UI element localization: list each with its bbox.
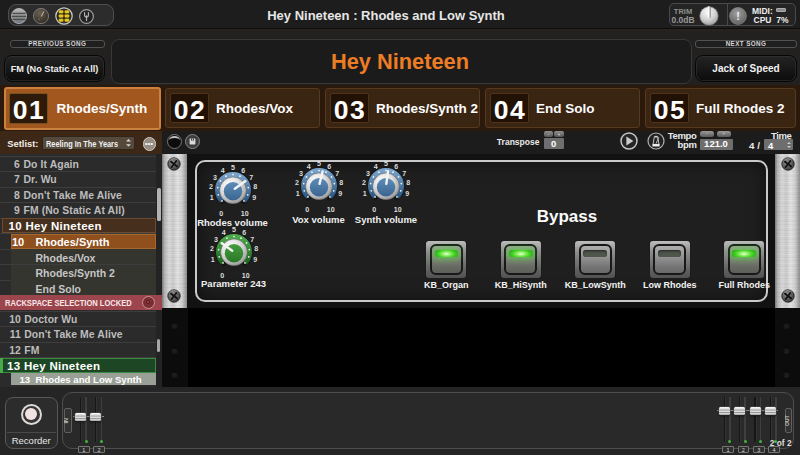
- svg-text:1: 1: [210, 255, 214, 263]
- svg-text:0: 0: [372, 205, 376, 213]
- svg-text:9: 9: [252, 194, 256, 202]
- svg-text:8: 8: [339, 179, 343, 187]
- svg-text:IN: IN: [64, 417, 69, 423]
- svg-text:7: 7: [335, 169, 339, 177]
- svg-text:3: 3: [213, 235, 217, 243]
- svg-text:2: 2: [294, 179, 298, 187]
- svg-text:1: 1: [209, 194, 213, 202]
- svg-text:10: 10: [394, 205, 402, 213]
- svg-text:8: 8: [254, 245, 258, 253]
- svg-text:4: 4: [221, 228, 225, 236]
- svg-text:4: 4: [374, 162, 378, 170]
- svg-text:4: 4: [220, 167, 224, 175]
- svg-text:0: 0: [305, 205, 309, 213]
- svg-text:!: !: [736, 10, 740, 22]
- svg-text:9: 9: [253, 255, 257, 263]
- svg-text:1: 1: [295, 189, 299, 197]
- svg-text:OUT: OUT: [785, 415, 790, 426]
- svg-text:2: 2: [362, 179, 366, 187]
- svg-text:3: 3: [366, 169, 370, 177]
- svg-text:2: 2: [209, 245, 213, 253]
- svg-text:3: 3: [212, 174, 216, 182]
- svg-text:8: 8: [406, 179, 410, 187]
- svg-text:6: 6: [242, 228, 246, 236]
- svg-text:7: 7: [402, 169, 406, 177]
- svg-text:10: 10: [326, 205, 334, 213]
- svg-text:2: 2: [208, 183, 212, 191]
- svg-text:6: 6: [241, 167, 245, 175]
- svg-text:4: 4: [306, 162, 310, 170]
- svg-text:5: 5: [384, 160, 388, 168]
- svg-text:7: 7: [249, 174, 253, 182]
- svg-text:6: 6: [327, 162, 331, 170]
- svg-text:5: 5: [317, 160, 321, 168]
- svg-text:6: 6: [394, 162, 398, 170]
- svg-text:9: 9: [338, 189, 342, 197]
- svg-text:9: 9: [405, 189, 409, 197]
- svg-text:7: 7: [250, 235, 254, 243]
- svg-text:1: 1: [363, 189, 367, 197]
- svg-text:3: 3: [298, 169, 302, 177]
- svg-text:8: 8: [253, 183, 257, 191]
- svg-text:5: 5: [231, 164, 235, 172]
